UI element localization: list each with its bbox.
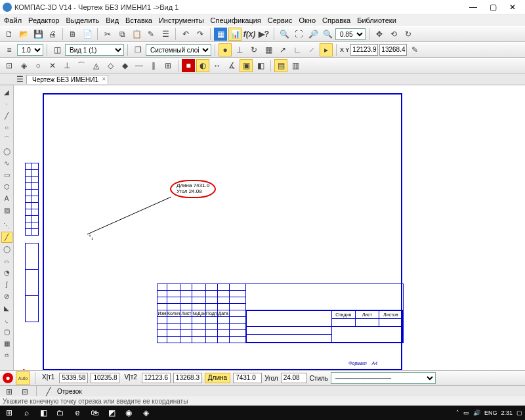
menu-select[interactable]: Выделить [66, 16, 99, 24]
coord-y[interactable]: 13268.4 [379, 44, 407, 56]
angle-field[interactable]: 24.08 [281, 373, 307, 383]
rebuild-icon[interactable]: ⟲ [387, 28, 400, 41]
ang-icon[interactable]: ∡ [225, 59, 238, 72]
menu-tools[interactable]: Инструменты [159, 16, 204, 24]
snap-par-icon[interactable]: ∥ [147, 59, 160, 72]
snap-int-icon[interactable]: ✕ [46, 59, 59, 72]
menu-help[interactable]: Справка [322, 16, 350, 24]
zoom-out-icon[interactable]: 🔍 [321, 28, 334, 41]
zoom-in-icon[interactable]: 🔍 [278, 28, 291, 41]
tool-circle2-icon[interactable]: ◯ [1, 243, 12, 255]
tool-rect2-icon[interactable]: ▢ [1, 326, 12, 337]
snap-perp-icon[interactable]: ⊥ [60, 59, 74, 72]
layer-icon[interactable]: ◫ [51, 43, 64, 56]
ortho-icon[interactable]: ⊥ [233, 43, 246, 56]
close-button[interactable]: ✕ [503, 1, 522, 14]
snap-end-icon[interactable]: ⊡ [3, 59, 16, 72]
zoom-window-icon[interactable]: 🔎 [306, 28, 320, 41]
tool-arc-icon[interactable]: ⌒ [1, 134, 12, 145]
y1-field[interactable]: 10235.8 [91, 373, 119, 383]
tray-up-icon[interactable]: ˄ [456, 410, 459, 416]
tool-ellipse-icon[interactable]: ◯ [1, 146, 12, 157]
taskview-icon[interactable]: ◧ [37, 407, 50, 419]
zoom-fit-icon[interactable]: ⛶ [292, 28, 305, 41]
scale-combo[interactable]: 1.0 [17, 44, 43, 56]
grid2-icon[interactable]: ▦ [262, 43, 275, 56]
tab-menu-icon[interactable]: ☰ [14, 75, 25, 84]
layers-icon[interactable]: ❐ [131, 43, 144, 56]
auto-button[interactable]: Auto [16, 371, 30, 385]
stop-button[interactable]: ● [3, 373, 13, 383]
print-icon[interactable]: 🖨 [46, 28, 59, 41]
zoom-combo[interactable]: 0.85 [335, 28, 366, 40]
tool-segment-icon[interactable]: ╱ [1, 232, 12, 243]
stop-icon[interactable]: ■ [182, 59, 195, 72]
maximize-button[interactable]: ▢ [483, 1, 503, 14]
view-combo[interactable]: Вид 1 (1) [65, 44, 124, 56]
round-icon[interactable]: ↻ [247, 43, 261, 56]
tool-break-icon[interactable]: ⊘ [1, 291, 12, 302]
tool-text-icon[interactable]: A [1, 193, 12, 204]
tool-ell2-icon[interactable]: ◔ [1, 267, 12, 278]
menu-spec[interactable]: Спецификация [211, 16, 261, 24]
minimize-button[interactable]: — [463, 1, 483, 14]
copy-icon[interactable]: ⧉ [116, 28, 129, 41]
save-icon[interactable]: 💾 [32, 28, 45, 41]
menu-lib[interactable]: Библиотеки [357, 16, 396, 24]
tool-line-icon[interactable]: ╱ [1, 110, 12, 121]
x2-field[interactable]: 12123.6 [142, 373, 171, 383]
coord-icon[interactable]: ∟ [291, 43, 304, 56]
x1-field[interactable]: 5339.58 [59, 373, 88, 383]
props-icon[interactable]: ☰ [159, 28, 172, 41]
snap-tan-icon[interactable]: ⌒ [75, 59, 88, 72]
tray-vol-icon[interactable]: 🔊 [473, 410, 480, 416]
tool-hatch-icon[interactable]: ▨ [1, 205, 12, 216]
polar-icon[interactable]: ⟋ [305, 43, 318, 56]
dyn-icon[interactable]: ▸ [320, 43, 333, 56]
tool-poly-icon[interactable]: ⬡ [1, 181, 12, 192]
tool-arc2-icon[interactable]: ⌓ [1, 255, 12, 266]
tool-geometry-icon[interactable]: ◢ [1, 87, 12, 98]
fx-icon[interactable]: f(x) [243, 28, 256, 41]
start-icon[interactable]: ⊞ [3, 407, 16, 419]
undo-icon[interactable]: ↶ [179, 28, 192, 41]
paste-icon[interactable]: 📋 [130, 28, 143, 41]
menu-window[interactable]: Окно [299, 16, 316, 24]
measure-icon[interactable]: ✎ [408, 43, 421, 56]
refresh-icon[interactable]: ↻ [402, 28, 415, 41]
tool-bezier-icon[interactable]: ∫ [1, 279, 12, 290]
chrome-icon[interactable]: ◉ [122, 407, 135, 419]
store-icon[interactable]: 🛍 [88, 407, 101, 419]
tool-chamfer-icon[interactable]: ◣ [1, 303, 12, 314]
auto1-icon[interactable]: ◐ [196, 59, 209, 72]
tool-circle-icon[interactable]: ○ [1, 122, 12, 133]
snap-ins-icon[interactable]: ⊞ [161, 59, 175, 72]
preview-icon[interactable]: 🗎 [66, 28, 79, 41]
y2-field[interactable]: 13268.3 [173, 373, 202, 383]
menu-edit[interactable]: Редактор [28, 16, 59, 24]
tool-eq-icon[interactable]: ≏ [1, 350, 12, 361]
snap-toggle-icon[interactable]: ● [219, 43, 232, 56]
menu-view[interactable]: Вид [106, 16, 119, 24]
menu-file[interactable]: Файл [4, 16, 22, 24]
coord-x[interactable]: 12123.9 [350, 44, 378, 56]
snap-node-icon[interactable]: ◇ [104, 59, 117, 72]
layer-combo[interactable]: Системный слой (0) [146, 44, 211, 56]
length-field[interactable]: 7431.0 [233, 373, 262, 383]
kompas-task-icon[interactable]: ◈ [139, 407, 152, 419]
snap2-icon[interactable]: ↗ [276, 43, 289, 56]
brush-icon[interactable]: ✎ [144, 28, 158, 41]
drawing-canvas[interactable]: + 1 Длина 7431.0 Угол 24.08 ИзмКолич Лис… [14, 85, 525, 381]
snap-near-icon[interactable]: ◬ [89, 59, 102, 72]
linetype-icon[interactable]: ≡ [3, 43, 16, 56]
snap-ext-icon[interactable]: — [133, 59, 146, 72]
help-icon[interactable]: ▶? [257, 28, 270, 41]
auto2-icon[interactable]: ◧ [254, 59, 267, 72]
search-icon[interactable]: ⌕ [20, 407, 33, 419]
grid-icon[interactable]: ▦ [214, 28, 227, 41]
tray-time[interactable]: 2:31 [501, 410, 513, 416]
redo-icon[interactable]: ↷ [194, 28, 207, 41]
lock-icon[interactable]: ▣ [240, 59, 253, 72]
tool-rect-icon[interactable]: ▭ [1, 169, 12, 180]
document-tab[interactable]: Чертеж БЕЗ ИМЕНИ1 ✕ [26, 75, 108, 84]
